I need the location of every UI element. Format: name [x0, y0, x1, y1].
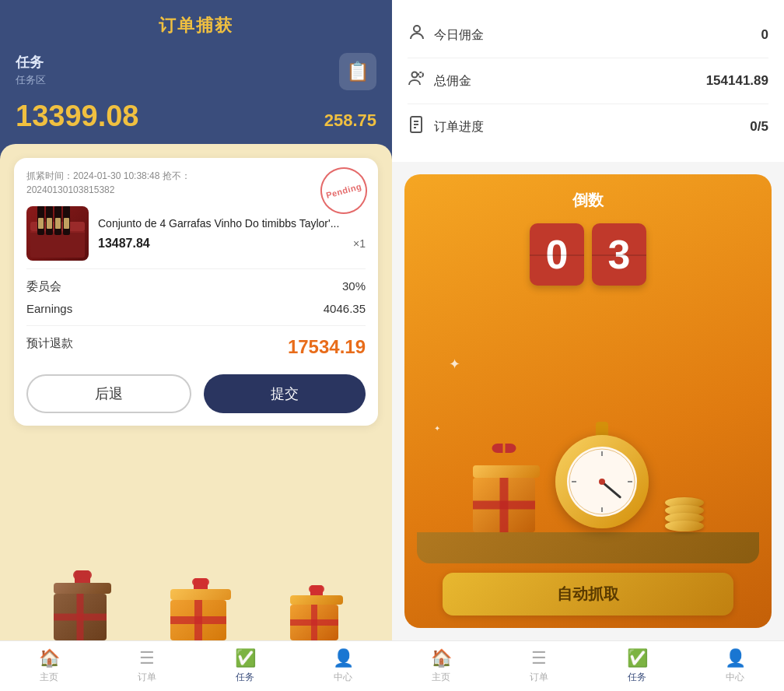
- product-row: Conjunto de 4 Garrafas Vinho Do timibbs …: [26, 206, 366, 261]
- clock: [551, 431, 653, 532]
- gifts-row: [14, 426, 378, 640]
- nav-orders-label-r: 订单: [530, 671, 548, 684]
- wine-illustration: [26, 206, 89, 261]
- nav-center-left[interactable]: 👤 中心: [294, 641, 392, 691]
- card-actions: 后退 提交: [26, 362, 366, 413]
- nav-center-right[interactable]: 👤 中心: [686, 641, 784, 691]
- product-image: [26, 206, 89, 261]
- clock-outer: [555, 435, 649, 528]
- nav-home-label-r: 主页: [432, 671, 450, 684]
- page-title: 订单捕获: [159, 16, 233, 35]
- countdown-card: ✦ ✦ 倒数 0 3: [404, 174, 772, 628]
- nav-tasks-label: 任务: [236, 671, 254, 684]
- back-button[interactable]: 后退: [26, 374, 191, 413]
- product-info: Conjunto de 4 Garrafas Vinho Do timibbs …: [98, 216, 366, 251]
- divider-2: [26, 325, 366, 326]
- svg-rect-11: [38, 218, 44, 229]
- product-qty: ×1: [353, 237, 366, 250]
- total-commission-left: 总佣金: [408, 69, 471, 93]
- right-header: 今日佣金 0 总佣金 154141.89: [392, 0, 784, 162]
- order-card: 抓紧时间：2024-01-30 10:38:48 抢不： 20240130103…: [14, 158, 378, 426]
- committee-value: 30%: [342, 279, 366, 294]
- left-header: 订单捕获: [0, 0, 392, 45]
- bottom-nav-right: 🏠 主页 ☰ 订单 ✅ 任务 👤 中心: [392, 640, 784, 691]
- svg-point-16: [412, 72, 418, 78]
- order-progress-row: 订单进度 0/5: [408, 104, 768, 149]
- left-stats: 13399.08 258.75: [0, 95, 392, 144]
- earnings-label: Earnings: [26, 302, 72, 315]
- nav-orders-right[interactable]: ☰ 订单: [490, 641, 588, 691]
- nav-tasks-label-r: 任务: [628, 671, 646, 684]
- right-panel: 今日佣金 0 总佣金 154141.89: [392, 0, 784, 691]
- earnings-row: Earnings 4046.35: [26, 298, 366, 319]
- product-price-row: 13487.84 ×1: [98, 237, 366, 251]
- home-icon-r: 🏠: [431, 648, 452, 668]
- refund-value: 17534.19: [288, 336, 366, 358]
- today-commission-value: 0: [761, 27, 768, 43]
- submit-button[interactable]: 提交: [204, 374, 366, 413]
- nav-home-left[interactable]: 🏠 主页: [0, 641, 98, 691]
- nav-center-label: 中心: [334, 671, 352, 684]
- order-card-wrap: 抓紧时间：2024-01-30 10:38:48 抢不： 20240130103…: [0, 144, 392, 640]
- stat-secondary: 258.75: [324, 110, 376, 131]
- gift-box-3: [290, 595, 338, 640]
- center-icon-r: 👤: [725, 648, 746, 668]
- countdown-title: 倒数: [572, 190, 604, 211]
- coin-4: [665, 521, 704, 531]
- task-info: 任务 任务区: [16, 53, 46, 87]
- nav-tasks-left[interactable]: ✅ 任务: [196, 641, 294, 691]
- committee-row: 委员会 30%: [26, 275, 366, 298]
- document-icon: [408, 115, 426, 139]
- task-label: 任务: [16, 53, 46, 72]
- nav-home-label: 主页: [40, 671, 58, 684]
- auto-capture-button[interactable]: 自动抓取: [443, 573, 733, 616]
- svg-point-17: [418, 72, 423, 77]
- nav-center-label-r: 中心: [726, 671, 744, 684]
- bow: [492, 444, 516, 453]
- nav-tasks-right[interactable]: ✅ 任务: [588, 641, 686, 691]
- today-commission-row: 今日佣金 0: [408, 12, 768, 58]
- svg-rect-14: [64, 218, 69, 229]
- base-platform: [417, 532, 759, 563]
- total-commission-value: 154141.89: [706, 73, 768, 89]
- orders-icon: ☰: [139, 648, 155, 668]
- person-icon-1: [408, 23, 426, 47]
- task-icon: 📋: [339, 53, 376, 90]
- svg-rect-10: [63, 206, 70, 212]
- total-commission-label: 总佣金: [434, 73, 471, 89]
- nav-orders-label: 订单: [138, 671, 156, 684]
- refund-label: 预计退款: [26, 336, 73, 358]
- coins-pile: [665, 497, 704, 528]
- gift-box-2: [170, 589, 226, 640]
- stat-main: 13399.08: [16, 100, 139, 133]
- divider-1: [26, 268, 366, 269]
- refund-row: 预计退款 17534.19: [26, 332, 366, 362]
- svg-rect-12: [47, 218, 52, 229]
- home-icon: 🏠: [39, 648, 60, 668]
- committee-label: 委员会: [26, 279, 61, 294]
- order-progress-label: 订单进度: [434, 119, 484, 135]
- gift-box-1: [54, 583, 107, 640]
- bottom-nav-left: 🏠 主页 ☰ 订单 ✅ 任务 👤 中心: [0, 640, 392, 691]
- svg-rect-13: [55, 218, 61, 229]
- svg-point-15: [414, 26, 420, 32]
- digit-card-3: 3: [592, 223, 646, 286]
- total-commission-row: 总佣金 154141.89: [408, 58, 768, 104]
- clock-scene: [417, 301, 759, 532]
- clock-center: [599, 479, 605, 485]
- today-commission-left: 今日佣金: [408, 23, 484, 47]
- tasks-icon-active: ✅: [235, 648, 256, 668]
- orders-icon-r: ☰: [531, 648, 547, 668]
- task-bar: 任务 任务区 📋: [0, 45, 392, 95]
- right-main: ✦ ✦ 倒数 0 3: [392, 162, 784, 640]
- person-icon-2: [408, 69, 426, 93]
- nav-home-right[interactable]: 🏠 主页: [392, 641, 490, 691]
- task-sub: 任务区: [16, 73, 46, 87]
- tasks-icon-r: ✅: [627, 648, 648, 668]
- center-icon: 👤: [333, 648, 354, 668]
- nav-orders-left[interactable]: ☰ 订单: [98, 641, 196, 691]
- svg-rect-8: [54, 206, 61, 212]
- svg-rect-6: [46, 206, 53, 212]
- earnings-value: 4046.35: [324, 302, 366, 315]
- product-name: Conjunto de 4 Garrafas Vinho Do timibbs …: [98, 216, 366, 232]
